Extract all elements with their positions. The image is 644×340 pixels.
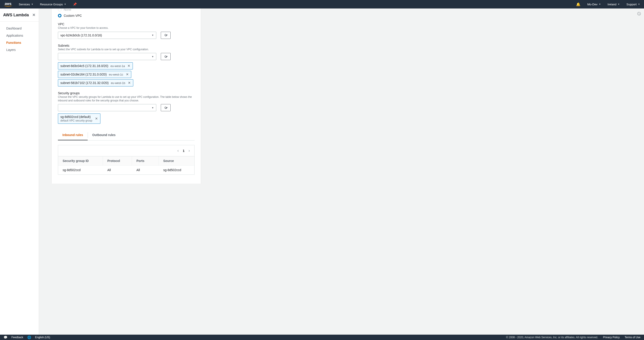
remove-subnet-icon[interactable]: ✕	[126, 72, 129, 76]
td-ports: All	[132, 166, 159, 174]
sidebar-item-dashboard[interactable]: Dashboard	[0, 25, 39, 32]
th-protocol: Protocol	[103, 156, 132, 165]
nav-support-label: Support	[626, 3, 637, 6]
remove-sg-icon[interactable]: ✕	[94, 117, 98, 121]
td-protocol: All	[103, 166, 132, 174]
aws-logo-smile	[4, 4, 12, 6]
sidebar-item-functions[interactable]: Functions	[0, 39, 39, 46]
tab-inbound-rules[interactable]: Inbound rules	[58, 130, 88, 140]
table-row: sg-8d502ccd All All sg-8d502ccd	[58, 165, 194, 174]
vpc-select-value: vpc-b24cb0cb (172.31.0.0/16)	[60, 33, 102, 37]
radio-none[interactable]	[58, 8, 62, 11]
top-navigation: aws Services ▼ Resource Groups ▼ 📌 🔔 Mo-…	[0, 0, 644, 8]
sidebar-item-applications[interactable]: Applications	[0, 32, 39, 39]
subnet-chip: subnet-02c8e164 (172.31.0.0/20) eu-west-…	[58, 71, 131, 78]
sidebar-item-layers[interactable]: Layers	[0, 46, 39, 53]
sg-chip: sg-8d502ccd (default) default VPC securi…	[58, 113, 100, 124]
pin-icon: 📌	[73, 2, 77, 6]
subnet-chip-id: subnet-8d3c04c5 (172.31.16.0/20)	[60, 64, 108, 68]
feedback-link[interactable]: Feedback	[12, 336, 23, 339]
refresh-icon: ↻	[163, 54, 168, 59]
remove-subnet-icon[interactable]: ✕	[127, 64, 131, 68]
nav-account[interactable]: Mo-Dev ▼	[587, 3, 600, 6]
nav-region[interactable]: Ireland ▼	[608, 3, 620, 6]
copyright-text: © 2008 - 2020, Amazon Web Services, Inc.…	[506, 336, 598, 339]
chevron-down-icon: ▼	[618, 3, 620, 5]
sg-chip-desc: default VPC security group	[60, 119, 92, 122]
info-icon[interactable]: ⓘ	[637, 11, 641, 16]
radio-custom-vpc[interactable]	[58, 14, 62, 17]
nav-pin[interactable]: 📌	[73, 2, 77, 6]
subnet-chip: subnet-8d3c04c5 (172.31.16.0/20) eu-west…	[58, 62, 133, 69]
vpc-help: Choose a VPC for your function to access…	[58, 26, 194, 30]
sidebar-close-icon[interactable]: ✕	[32, 12, 36, 17]
sg-chip-id: sg-8d502ccd (default)	[60, 115, 92, 119]
subnet-chip-az: eu-west-1b	[111, 81, 125, 85]
td-security-group: sg-8d502ccd	[58, 166, 103, 174]
subnets-label: Subnets	[58, 44, 194, 47]
remove-subnet-icon[interactable]: ✕	[128, 81, 131, 85]
chevron-down-icon: ▼	[31, 3, 33, 5]
page-number: 1	[183, 149, 184, 153]
globe-icon: 🌐	[27, 336, 31, 339]
next-page-icon[interactable]: ›	[188, 148, 190, 153]
nav-account-label: Mo-Dev	[587, 3, 598, 6]
nav-services-label: Services	[19, 3, 30, 6]
tab-outbound-rules[interactable]: Outbound rules	[88, 130, 120, 140]
th-ports: Ports	[132, 156, 159, 165]
chevron-down-icon: ▼	[599, 3, 601, 5]
sg-select[interactable]: ▼	[58, 104, 156, 111]
nav-resource-groups[interactable]: Resource Groups ▼	[40, 3, 66, 6]
sidebar-title: AWS Lambda	[3, 13, 29, 17]
caret-down-icon: ▼	[152, 55, 154, 58]
language-selector[interactable]: English (US)	[35, 336, 50, 339]
footer: 💬 Feedback 🌐 English (US) © 2008 - 2020,…	[0, 335, 644, 340]
feedback-icon: 💬	[4, 336, 8, 339]
privacy-link[interactable]: Privacy Policy	[603, 336, 620, 339]
subnet-chip-az: eu-west-1c	[109, 73, 123, 76]
subnets-help: Select the VPC subnets for Lambda to use…	[58, 48, 194, 51]
sg-label: Security groups	[58, 91, 194, 95]
refresh-icon: ↻	[163, 105, 168, 110]
rules-tabs: Inbound rules Outbound rules	[58, 130, 194, 140]
aws-brand[interactable]: aws	[4, 2, 12, 6]
subnets-refresh-button[interactable]: ↻	[161, 53, 170, 60]
th-security-group: Security group ID	[58, 156, 103, 165]
rules-table: ‹ 1 › Security group ID Protocol Ports S…	[58, 145, 194, 175]
sg-refresh-button[interactable]: ↻	[161, 104, 170, 111]
td-source: sg-8d502ccd	[159, 166, 194, 174]
vpc-refresh-button[interactable]: ↻	[161, 32, 170, 39]
nav-support[interactable]: Support ▼	[626, 3, 640, 6]
nav-notifications[interactable]: 🔔	[576, 2, 580, 6]
caret-down-icon: ▼	[152, 107, 154, 109]
chevron-down-icon: ▼	[638, 3, 640, 5]
refresh-icon: ↻	[163, 33, 168, 38]
subnets-select[interactable]: ▼	[58, 53, 156, 60]
vpc-config-panel: None Custom VPC VPC Choose a VPC for you…	[52, 8, 201, 184]
table-header-row: Security group ID Protocol Ports Source	[58, 156, 194, 165]
th-source: Source	[159, 156, 194, 165]
nav-services[interactable]: Services ▼	[19, 3, 33, 6]
nav-resource-groups-label: Resource Groups	[40, 3, 63, 6]
terms-link[interactable]: Terms of Use	[624, 336, 640, 339]
nav-region-label: Ireland	[608, 3, 616, 6]
subnet-chip-id: subnet-581b7102 (172.31.32.0/20)	[60, 81, 109, 85]
subnet-chip-id: subnet-02c8e164 (172.31.0.0/20)	[60, 73, 107, 76]
prev-page-icon[interactable]: ‹	[177, 148, 179, 153]
bell-icon: 🔔	[576, 2, 580, 6]
chevron-down-icon: ▼	[64, 3, 66, 5]
radio-custom-vpc-label: Custom VPC	[64, 14, 82, 17]
radio-none-label: None	[64, 8, 71, 11]
sidebar: AWS Lambda ✕ Dashboard Applications Func…	[0, 8, 39, 335]
subnet-chip: subnet-581b7102 (172.31.32.0/20) eu-west…	[58, 79, 133, 86]
vpc-label: VPC	[58, 22, 194, 26]
caret-down-icon: ▼	[152, 34, 154, 36]
vpc-select[interactable]: vpc-b24cb0cb (172.31.0.0/16) ▼	[58, 32, 156, 39]
sg-help: Choose the VPC security groups for Lambd…	[58, 95, 194, 102]
subnet-chip-az: eu-west-1a	[110, 64, 125, 68]
